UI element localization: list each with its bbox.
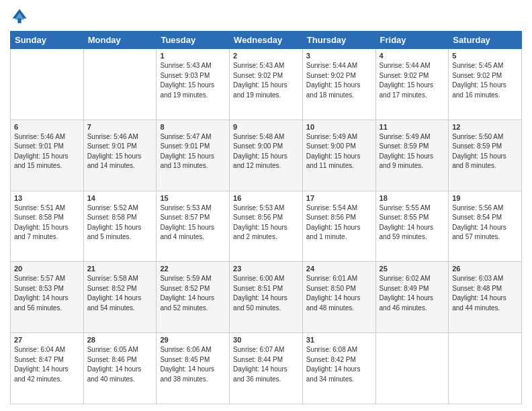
day-info: Sunrise: 5:55 AM Sunset: 8:55 PM Dayligh… [380, 203, 445, 242]
day-number: 25 [380, 265, 445, 273]
day-info: Sunrise: 5:51 AM Sunset: 8:58 PM Dayligh… [14, 203, 80, 242]
day-number: 8 [160, 123, 226, 131]
calendar-cell: 18Sunrise: 5:55 AM Sunset: 8:55 PM Dayli… [375, 191, 449, 262]
day-number: 19 [452, 194, 518, 202]
calendar-cell: 19Sunrise: 5:56 AM Sunset: 8:54 PM Dayli… [449, 191, 522, 262]
calendar-cell: 29Sunrise: 6:06 AM Sunset: 8:45 PM Dayli… [157, 333, 230, 404]
day-number: 6 [14, 123, 80, 131]
calendar-cell: 1Sunrise: 5:43 AM Sunset: 9:03 PM Daylig… [157, 49, 230, 120]
calendar-cell: 3Sunrise: 5:44 AM Sunset: 9:02 PM Daylig… [302, 49, 375, 120]
day-info: Sunrise: 5:53 AM Sunset: 8:57 PM Dayligh… [160, 203, 226, 242]
day-info: Sunrise: 6:02 AM Sunset: 8:49 PM Dayligh… [380, 274, 445, 313]
day-info: Sunrise: 6:03 AM Sunset: 8:48 PM Dayligh… [452, 274, 518, 313]
weekday-header-sunday: Sunday [11, 32, 84, 49]
calendar-cell: 17Sunrise: 5:54 AM Sunset: 8:56 PM Dayli… [302, 191, 375, 262]
week-row-3: 13Sunrise: 5:51 AM Sunset: 8:58 PM Dayli… [11, 191, 522, 262]
day-info: Sunrise: 5:47 AM Sunset: 9:01 PM Dayligh… [160, 132, 226, 171]
day-info: Sunrise: 5:43 AM Sunset: 9:03 PM Dayligh… [160, 61, 226, 100]
weekday-header-row: SundayMondayTuesdayWednesdayThursdayFrid… [11, 32, 522, 49]
day-number: 1 [160, 52, 226, 60]
day-number: 13 [14, 194, 80, 202]
calendar-table: SundayMondayTuesdayWednesdayThursdayFrid… [10, 31, 522, 404]
day-number: 9 [233, 123, 299, 131]
calendar-cell: 24Sunrise: 6:01 AM Sunset: 8:50 PM Dayli… [302, 262, 375, 333]
day-info: Sunrise: 5:59 AM Sunset: 8:52 PM Dayligh… [160, 274, 226, 313]
day-number: 15 [160, 194, 226, 202]
day-info: Sunrise: 6:04 AM Sunset: 8:47 PM Dayligh… [14, 345, 80, 384]
day-number: 17 [306, 194, 372, 202]
header [10, 7, 522, 26]
day-info: Sunrise: 6:07 AM Sunset: 8:44 PM Dayligh… [233, 345, 299, 384]
day-number: 4 [380, 52, 445, 60]
logo-icon [10, 7, 29, 26]
calendar-cell [449, 333, 522, 404]
calendar-cell [375, 333, 449, 404]
calendar-cell: 25Sunrise: 6:02 AM Sunset: 8:49 PM Dayli… [375, 262, 449, 333]
calendar-cell: 20Sunrise: 5:57 AM Sunset: 8:53 PM Dayli… [11, 262, 84, 333]
week-row-1: 1Sunrise: 5:43 AM Sunset: 9:03 PM Daylig… [11, 49, 522, 120]
calendar-cell [83, 49, 157, 120]
weekday-header-saturday: Saturday [449, 32, 522, 49]
svg-rect-2 [17, 19, 21, 24]
calendar-cell: 30Sunrise: 6:07 AM Sunset: 8:44 PM Dayli… [230, 333, 303, 404]
week-row-4: 20Sunrise: 5:57 AM Sunset: 8:53 PM Dayli… [11, 262, 522, 333]
day-info: Sunrise: 5:45 AM Sunset: 9:02 PM Dayligh… [452, 61, 518, 100]
calendar-cell: 22Sunrise: 5:59 AM Sunset: 8:52 PM Dayli… [157, 262, 230, 333]
day-number: 21 [87, 265, 153, 273]
day-info: Sunrise: 5:46 AM Sunset: 9:01 PM Dayligh… [87, 132, 153, 171]
calendar-cell: 23Sunrise: 6:00 AM Sunset: 8:51 PM Dayli… [230, 262, 303, 333]
day-number: 30 [233, 336, 299, 344]
calendar-cell: 2Sunrise: 5:43 AM Sunset: 9:02 PM Daylig… [230, 49, 303, 120]
day-number: 27 [14, 336, 80, 344]
day-number: 20 [14, 265, 80, 273]
day-number: 16 [233, 194, 299, 202]
calendar-cell: 31Sunrise: 6:08 AM Sunset: 8:42 PM Dayli… [302, 333, 375, 404]
day-number: 12 [452, 123, 518, 131]
day-number: 2 [233, 52, 299, 60]
day-number: 5 [452, 52, 518, 60]
day-info: Sunrise: 6:06 AM Sunset: 8:45 PM Dayligh… [160, 345, 226, 384]
day-info: Sunrise: 5:53 AM Sunset: 8:56 PM Dayligh… [233, 203, 299, 242]
day-info: Sunrise: 5:44 AM Sunset: 9:02 PM Dayligh… [306, 61, 372, 100]
day-info: Sunrise: 5:43 AM Sunset: 9:02 PM Dayligh… [233, 61, 299, 100]
day-number: 28 [87, 336, 153, 344]
day-number: 18 [380, 194, 445, 202]
day-number: 29 [160, 336, 226, 344]
day-number: 10 [306, 123, 372, 131]
calendar-cell: 26Sunrise: 6:03 AM Sunset: 8:48 PM Dayli… [449, 262, 522, 333]
day-info: Sunrise: 5:52 AM Sunset: 8:58 PM Dayligh… [87, 203, 153, 242]
calendar-cell: 16Sunrise: 5:53 AM Sunset: 8:56 PM Dayli… [230, 191, 303, 262]
day-info: Sunrise: 6:01 AM Sunset: 8:50 PM Dayligh… [306, 274, 372, 313]
calendar-cell: 15Sunrise: 5:53 AM Sunset: 8:57 PM Dayli… [157, 191, 230, 262]
day-number: 11 [380, 123, 445, 131]
day-number: 22 [160, 265, 226, 273]
calendar-cell: 28Sunrise: 6:05 AM Sunset: 8:46 PM Dayli… [83, 333, 157, 404]
calendar-cell: 6Sunrise: 5:46 AM Sunset: 9:01 PM Daylig… [11, 120, 84, 191]
day-info: Sunrise: 6:00 AM Sunset: 8:51 PM Dayligh… [233, 274, 299, 313]
day-info: Sunrise: 6:05 AM Sunset: 8:46 PM Dayligh… [87, 345, 153, 384]
week-row-5: 27Sunrise: 6:04 AM Sunset: 8:47 PM Dayli… [11, 333, 522, 404]
day-number: 26 [452, 265, 518, 273]
day-number: 23 [233, 265, 299, 273]
calendar-cell: 8Sunrise: 5:47 AM Sunset: 9:01 PM Daylig… [157, 120, 230, 191]
day-info: Sunrise: 5:46 AM Sunset: 9:01 PM Dayligh… [14, 132, 80, 171]
calendar-cell [11, 49, 84, 120]
day-number: 3 [306, 52, 372, 60]
calendar-cell: 11Sunrise: 5:49 AM Sunset: 8:59 PM Dayli… [375, 120, 449, 191]
week-row-2: 6Sunrise: 5:46 AM Sunset: 9:01 PM Daylig… [11, 120, 522, 191]
day-info: Sunrise: 5:56 AM Sunset: 8:54 PM Dayligh… [452, 203, 518, 242]
calendar-cell: 9Sunrise: 5:48 AM Sunset: 9:00 PM Daylig… [230, 120, 303, 191]
calendar-cell: 5Sunrise: 5:45 AM Sunset: 9:02 PM Daylig… [449, 49, 522, 120]
day-number: 31 [306, 336, 372, 344]
day-info: Sunrise: 5:57 AM Sunset: 8:53 PM Dayligh… [14, 274, 80, 313]
day-info: Sunrise: 6:08 AM Sunset: 8:42 PM Dayligh… [306, 345, 372, 384]
calendar-cell: 12Sunrise: 5:50 AM Sunset: 8:59 PM Dayli… [449, 120, 522, 191]
calendar-cell: 10Sunrise: 5:49 AM Sunset: 9:00 PM Dayli… [302, 120, 375, 191]
day-info: Sunrise: 5:44 AM Sunset: 9:02 PM Dayligh… [380, 61, 445, 100]
day-info: Sunrise: 5:48 AM Sunset: 9:00 PM Dayligh… [233, 132, 299, 171]
calendar-cell: 14Sunrise: 5:52 AM Sunset: 8:58 PM Dayli… [83, 191, 157, 262]
weekday-header-friday: Friday [375, 32, 449, 49]
day-info: Sunrise: 5:54 AM Sunset: 8:56 PM Dayligh… [306, 203, 372, 242]
logo [10, 7, 32, 26]
weekday-header-wednesday: Wednesday [230, 32, 303, 49]
